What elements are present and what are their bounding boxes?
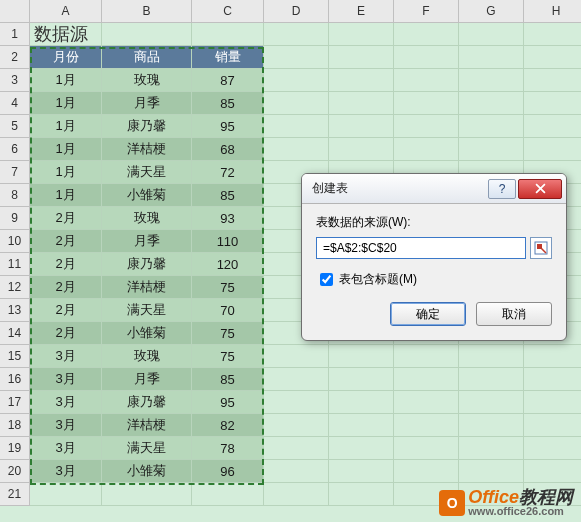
table-cell[interactable]: 小雏菊 bbox=[102, 322, 192, 345]
empty-cell[interactable] bbox=[192, 483, 264, 506]
empty-cell[interactable] bbox=[264, 437, 329, 460]
col-header-B[interactable]: B bbox=[102, 0, 192, 23]
row-header-19[interactable]: 19 bbox=[0, 437, 30, 460]
empty-cell[interactable] bbox=[459, 437, 524, 460]
empty-cell[interactable] bbox=[394, 92, 459, 115]
table-cell[interactable]: 85 bbox=[192, 184, 264, 207]
table-cell[interactable]: 3月 bbox=[30, 460, 102, 483]
headers-checkbox-row[interactable]: 表包含标题(M) bbox=[316, 271, 552, 288]
table-cell[interactable]: 1月 bbox=[30, 138, 102, 161]
empty-cell[interactable] bbox=[329, 460, 394, 483]
empty-cell[interactable] bbox=[524, 138, 581, 161]
empty-cell[interactable] bbox=[394, 460, 459, 483]
row-header-10[interactable]: 10 bbox=[0, 230, 30, 253]
table-cell[interactable]: 1月 bbox=[30, 69, 102, 92]
empty-cell[interactable] bbox=[264, 23, 329, 46]
row-header-13[interactable]: 13 bbox=[0, 299, 30, 322]
table-cell[interactable]: 95 bbox=[192, 115, 264, 138]
row-header-9[interactable]: 9 bbox=[0, 207, 30, 230]
empty-cell[interactable] bbox=[329, 345, 394, 368]
table-cell[interactable]: 小雏菊 bbox=[102, 184, 192, 207]
table-cell[interactable]: 洋桔梗 bbox=[102, 414, 192, 437]
table-cell[interactable]: 2月 bbox=[30, 276, 102, 299]
empty-cell[interactable] bbox=[459, 46, 524, 69]
table-cell[interactable]: 72 bbox=[192, 161, 264, 184]
empty-cell[interactable] bbox=[459, 414, 524, 437]
table-cell[interactable]: 70 bbox=[192, 299, 264, 322]
table-cell[interactable]: 满天星 bbox=[102, 299, 192, 322]
row-header-15[interactable]: 15 bbox=[0, 345, 30, 368]
empty-cell[interactable] bbox=[524, 46, 581, 69]
empty-cell[interactable] bbox=[264, 46, 329, 69]
table-cell[interactable]: 康乃馨 bbox=[102, 391, 192, 414]
table-cell[interactable]: 3月 bbox=[30, 345, 102, 368]
empty-cell[interactable] bbox=[459, 368, 524, 391]
empty-cell[interactable] bbox=[394, 23, 459, 46]
table-cell[interactable]: 3月 bbox=[30, 414, 102, 437]
empty-cell[interactable] bbox=[524, 460, 581, 483]
headers-checkbox[interactable] bbox=[320, 273, 333, 286]
row-header-14[interactable]: 14 bbox=[0, 322, 30, 345]
empty-cell[interactable] bbox=[524, 414, 581, 437]
cancel-button[interactable]: 取消 bbox=[476, 302, 552, 326]
ok-button[interactable]: 确定 bbox=[390, 302, 466, 326]
empty-cell[interactable] bbox=[394, 414, 459, 437]
empty-cell[interactable] bbox=[394, 345, 459, 368]
table-cell[interactable]: 3月 bbox=[30, 391, 102, 414]
empty-cell[interactable] bbox=[264, 345, 329, 368]
table-cell[interactable]: 1月 bbox=[30, 115, 102, 138]
col-header-H[interactable]: H bbox=[524, 0, 581, 23]
row-header-4[interactable]: 4 bbox=[0, 92, 30, 115]
empty-cell[interactable] bbox=[329, 368, 394, 391]
table-cell[interactable]: 85 bbox=[192, 368, 264, 391]
table-cell[interactable]: 110 bbox=[192, 230, 264, 253]
empty-cell[interactable] bbox=[264, 368, 329, 391]
row-header-3[interactable]: 3 bbox=[0, 69, 30, 92]
row-header-2[interactable]: 2 bbox=[0, 46, 30, 69]
table-cell[interactable]: 月季 bbox=[102, 368, 192, 391]
row-header-16[interactable]: 16 bbox=[0, 368, 30, 391]
range-input[interactable] bbox=[316, 237, 526, 259]
row-header-1[interactable]: 1 bbox=[0, 23, 30, 46]
table-cell[interactable]: 85 bbox=[192, 92, 264, 115]
dialog-titlebar[interactable]: 创建表 ? bbox=[302, 174, 566, 204]
table-cell[interactable]: 洋桔梗 bbox=[102, 276, 192, 299]
empty-cell[interactable] bbox=[524, 368, 581, 391]
table-cell[interactable]: 月季 bbox=[102, 92, 192, 115]
empty-cell[interactable] bbox=[329, 483, 394, 506]
empty-cell[interactable] bbox=[329, 92, 394, 115]
empty-cell[interactable] bbox=[394, 115, 459, 138]
col-header-G[interactable]: G bbox=[459, 0, 524, 23]
empty-cell[interactable] bbox=[264, 483, 329, 506]
col-header-E[interactable]: E bbox=[329, 0, 394, 23]
help-button[interactable]: ? bbox=[488, 179, 516, 199]
empty-cell[interactable] bbox=[459, 69, 524, 92]
table-cell[interactable]: 75 bbox=[192, 322, 264, 345]
empty-cell[interactable] bbox=[264, 138, 329, 161]
empty-cell[interactable] bbox=[102, 23, 192, 46]
empty-cell[interactable] bbox=[459, 391, 524, 414]
table-cell[interactable]: 2月 bbox=[30, 230, 102, 253]
table-cell[interactable]: 95 bbox=[192, 391, 264, 414]
empty-cell[interactable] bbox=[524, 115, 581, 138]
row-header-5[interactable]: 5 bbox=[0, 115, 30, 138]
table-cell[interactable]: 月季 bbox=[102, 230, 192, 253]
col-header-F[interactable]: F bbox=[394, 0, 459, 23]
empty-cell[interactable] bbox=[264, 69, 329, 92]
table-cell[interactable]: 2月 bbox=[30, 207, 102, 230]
row-header-6[interactable]: 6 bbox=[0, 138, 30, 161]
empty-cell[interactable] bbox=[524, 391, 581, 414]
empty-cell[interactable] bbox=[459, 23, 524, 46]
table-cell[interactable]: 洋桔梗 bbox=[102, 138, 192, 161]
table-cell[interactable]: 1月 bbox=[30, 92, 102, 115]
table-cell[interactable]: 玫瑰 bbox=[102, 345, 192, 368]
table-cell[interactable]: 3月 bbox=[30, 437, 102, 460]
table-cell[interactable]: 3月 bbox=[30, 368, 102, 391]
table-cell[interactable]: 68 bbox=[192, 138, 264, 161]
empty-cell[interactable] bbox=[394, 46, 459, 69]
empty-cell[interactable] bbox=[524, 437, 581, 460]
table-cell[interactable]: 满天星 bbox=[102, 437, 192, 460]
table-cell[interactable]: 小雏菊 bbox=[102, 460, 192, 483]
empty-cell[interactable] bbox=[459, 460, 524, 483]
empty-cell[interactable] bbox=[459, 138, 524, 161]
